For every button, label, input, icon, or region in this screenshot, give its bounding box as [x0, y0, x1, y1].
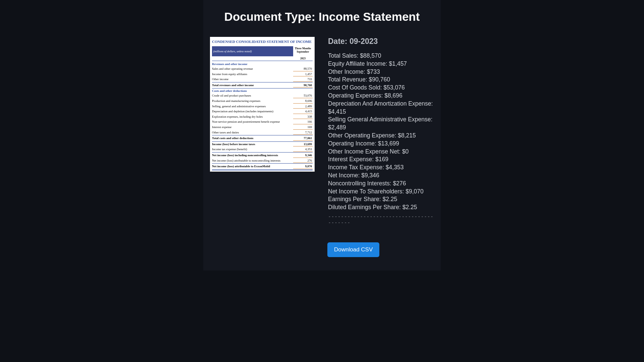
table-row: Net income (loss) including noncontrolli…	[212, 152, 313, 158]
separator-line: ----------------------------------------	[328, 214, 434, 226]
info-line: Selling General Administrative Expense: …	[328, 116, 434, 132]
table-row: Exploration expenses, including dry hole…	[212, 114, 313, 120]
info-line: Noncontrolling Interests: $276	[328, 180, 434, 188]
table-row: Net income (loss) attributable to noncon…	[212, 158, 313, 164]
info-line: Cost Of Goods Sold: $53,076	[328, 84, 434, 92]
info-column: Date: 09-2023 Total Sales: $88,570Equity…	[328, 37, 434, 226]
info-line: Interest Expense: $169	[328, 156, 434, 164]
date-heading: Date: 09-2023	[328, 37, 434, 46]
table-row: Total costs and other deductions77,061	[212, 135, 313, 142]
table-row: Crude oil and product purchases53,076	[212, 93, 313, 99]
table-row: Net income (loss) attributable to ExxonM…	[212, 163, 313, 170]
info-line: Depreciation And Amortization Expense: $…	[328, 100, 434, 116]
table-row: Selling, general and administrative expe…	[212, 104, 313, 109]
download-csv-button[interactable]: Download CSV	[327, 242, 379, 257]
table-row: Other income733	[212, 77, 313, 82]
info-lines: Total Sales: $88,570Equity Affiliate Inc…	[328, 52, 434, 212]
document-year: 2023	[293, 56, 313, 61]
main-container: Document Type: Income Statement CONDENSE…	[203, 0, 441, 270]
content-row: CONDENSED CONSOLIDATED STATEMENT OF INCO…	[203, 37, 441, 226]
page-title: Document Type: Income Statement	[203, 10, 441, 23]
info-line: Other Income Expense Net: $0	[328, 148, 434, 156]
info-line: Total Revenue: $90,760	[328, 76, 434, 84]
document-units-note: (millions of dollars, unless noted)	[212, 46, 293, 56]
info-line: Other Operating Expense: $8,215	[328, 132, 434, 140]
table-row: Other taxes and duties7,712	[212, 130, 313, 135]
table-row: Income from equity affiliates1,457	[212, 72, 313, 77]
table-row: Income tax expense (benefit)4,353	[212, 147, 313, 152]
button-row: Download CSV	[203, 226, 441, 257]
table-row: Interest expense169	[212, 125, 313, 130]
info-line: Net Income To Shareholders: $9,070	[328, 188, 434, 196]
document-column: CONDENSED CONSOLIDATED STATEMENT OF INCO…	[210, 37, 315, 226]
info-line: Equity Affiliate Income: $1,457	[328, 60, 434, 68]
table-row: Non-service pension and postretirement b…	[212, 119, 313, 125]
table-row: Sales and other operating revenue88,570	[212, 66, 313, 72]
document-period-header: Three Months September	[293, 46, 313, 56]
income-statement-document: CONDENSED CONSOLIDATED STATEMENT OF INCO…	[210, 37, 315, 172]
info-line: Operating Income: $13,699	[328, 140, 434, 148]
info-line: Operating Expenses: $8,696	[328, 92, 434, 100]
table-row: Total revenues and other income90,760	[212, 82, 313, 89]
info-line: Diluted Earnings Per Share: $2.25	[328, 203, 434, 212]
info-line: Total Sales: $88,570	[328, 52, 434, 60]
info-line: Earnings Per Share: $2.25	[328, 195, 434, 203]
info-line: Income Tax Expense: $4,353	[328, 164, 434, 172]
table-row: Production and manufacturing expenses8,6…	[212, 99, 313, 104]
revenues-section-header: Revenues and other income	[212, 62, 313, 66]
table-row: Depreciation and depletion (includes imp…	[212, 109, 313, 114]
table-row: Income (loss) before income taxes13,699	[212, 142, 313, 147]
costs-section-header: Costs and other deductions	[212, 88, 313, 93]
info-line: Net Income: $9,346	[328, 172, 434, 180]
info-line: Other Income: $733	[328, 68, 434, 76]
document-title: CONDENSED CONSOLIDATED STATEMENT OF INCO…	[212, 40, 313, 44]
